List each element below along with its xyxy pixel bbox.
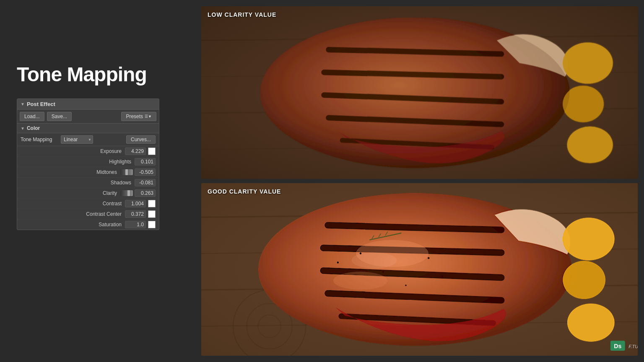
svg-point-40 <box>405 284 406 286</box>
clarity-slider[interactable] <box>120 190 133 196</box>
contrast-value[interactable] <box>125 200 146 207</box>
color-section-label: Color <box>27 125 40 131</box>
highlights-label: Highlights <box>21 159 135 165</box>
svg-point-42 <box>563 217 615 260</box>
svg-point-45 <box>351 252 397 269</box>
highlights-value[interactable] <box>135 158 156 165</box>
bottom-steak-image: Ds F.TURNER <box>201 183 638 356</box>
exposure-value[interactable] <box>125 147 146 155</box>
contrast-center-swatch[interactable] <box>148 210 156 218</box>
left-panel: Tone Mapping ▼ Post Effect Load... Save.… <box>0 0 201 362</box>
param-row-midtones: Midtones <box>17 167 159 178</box>
midtones-value[interactable] <box>135 168 156 176</box>
page-title: Tone Mapping <box>17 63 184 86</box>
svg-point-39 <box>428 257 429 259</box>
param-row-shadows: Shadows <box>17 178 159 188</box>
contrast-center-label: Contrast Center <box>21 211 125 217</box>
svg-point-13 <box>563 86 604 122</box>
tone-mapping-label: Tone Mapping <box>21 137 58 142</box>
collapse-icon[interactable]: ▼ <box>21 102 25 106</box>
post-effect-panel: ▼ Post Effect Load... Save... Presets ☰▼… <box>17 98 159 230</box>
panel-header: ▼ Post Effect <box>17 99 159 110</box>
param-row-contrast-center: Contrast Center <box>17 209 159 220</box>
svg-text:Ds: Ds <box>614 343 621 349</box>
param-row-clarity: Clarity <box>17 188 159 199</box>
contrast-label: Contrast <box>21 201 125 207</box>
shadows-value[interactable] <box>135 179 156 186</box>
midtones-slider-thumb <box>125 169 128 175</box>
right-panel: LOW CLARITY VALUE <box>201 0 644 362</box>
svg-point-44 <box>567 303 615 341</box>
midtones-label: Midtones <box>21 169 120 175</box>
svg-point-36 <box>337 262 338 264</box>
exposure-swatch[interactable] <box>148 147 156 155</box>
top-image-label: LOW CLARITY VALUE <box>208 11 276 18</box>
load-button[interactable]: Load... <box>20 112 44 121</box>
contrast-swatch[interactable] <box>148 200 156 207</box>
save-button[interactable]: Save... <box>47 112 72 121</box>
svg-line-25 <box>327 225 501 230</box>
image-container-top: LOW CLARITY VALUE <box>201 6 638 179</box>
presets-icon: ☰▼ <box>145 114 152 119</box>
color-section-header[interactable]: ▼ Color <box>17 124 159 133</box>
saturation-value[interactable] <box>125 221 146 228</box>
svg-point-14 <box>567 127 613 163</box>
midtones-slider[interactable] <box>120 169 133 175</box>
svg-text:F.TURNER: F.TURNER <box>628 344 638 349</box>
svg-point-43 <box>563 261 605 299</box>
param-rows: Exposure Highlights Midtones Shadows <box>17 146 159 230</box>
tone-mapping-row: Tone Mapping Linear Reinhard Filmic Curv… <box>17 133 159 146</box>
bottom-image-label: GOOD CLARITY VALUE <box>208 188 281 195</box>
svg-point-41 <box>441 275 443 277</box>
param-row-saturation: Saturation <box>17 220 159 230</box>
clarity-label: Clarity <box>21 190 120 196</box>
image-container-bottom: GOOD CLARITY VALUE <box>201 183 638 356</box>
param-row-exposure: Exposure <box>17 146 159 157</box>
saturation-swatch[interactable] <box>148 221 156 228</box>
svg-point-12 <box>563 43 613 84</box>
exposure-label: Exposure <box>21 148 125 154</box>
contrast-center-value[interactable] <box>125 210 146 218</box>
shadows-label: Shadows <box>21 180 135 186</box>
tone-mapping-dropdown-wrapper[interactable]: Linear Reinhard Filmic <box>61 135 93 144</box>
presets-button[interactable]: Presets ☰▼ <box>121 112 156 121</box>
param-row-contrast: Contrast <box>17 199 159 209</box>
svg-point-31 <box>333 272 387 290</box>
svg-point-38 <box>382 271 384 272</box>
top-steak-image <box>201 6 638 179</box>
curves-button[interactable]: Curves... <box>126 135 156 144</box>
presets-label: Presets <box>126 114 143 119</box>
saturation-label: Saturation <box>21 222 125 228</box>
panel-toolbar: Load... Save... Presets ☰▼ <box>17 110 159 124</box>
param-row-highlights: Highlights <box>17 157 159 167</box>
section-collapse-icon[interactable]: ▼ <box>21 126 25 131</box>
clarity-slider-thumb <box>127 190 130 196</box>
clarity-value[interactable] <box>135 189 156 197</box>
tone-mapping-select[interactable]: Linear Reinhard Filmic <box>61 135 93 144</box>
panel-header-label: Post Effect <box>27 101 55 107</box>
